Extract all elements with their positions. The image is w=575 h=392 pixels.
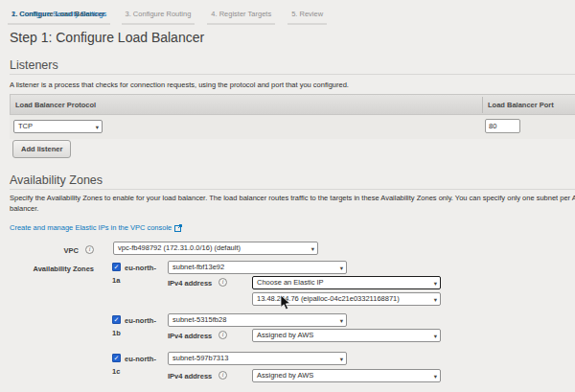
manage-elastic-ips-link[interactable]: Create and manage Elastic IPs in the VPC… — [10, 223, 182, 232]
column-divider — [482, 97, 483, 113]
zone-1a-ipv4-label: IPv4 address — [168, 279, 212, 288]
zone-1c-subnet-select[interactable]: subnet-597b7313 ▾ — [168, 352, 347, 365]
vpc-label: VPC — [0, 246, 79, 255]
mouse-cursor — [280, 294, 291, 311]
tab-review[interactable]: 5. Review — [288, 7, 327, 25]
zone-1a-prefix: eu-north- — [125, 264, 156, 272]
zone-1c-prefix: eu-north- — [125, 355, 156, 363]
chevron-down-icon: ▾ — [340, 356, 343, 363]
az-description-line1: Specify the Availability Zones to enable… — [10, 194, 575, 202]
external-link-icon — [174, 224, 182, 232]
tab-configure-security-settings[interactable]: 2. Configure Security Settings — [8, 7, 110, 25]
az-description-line2: balancer. — [10, 204, 38, 213]
vpc-select[interactable]: vpc-fb498792 (172.31.0.0/16) (default) ▾ — [113, 242, 318, 255]
zone-1a-ipv4-select[interactable]: Choose an Elastic IP ▾ — [252, 276, 441, 289]
chevron-down-icon: ▾ — [96, 124, 99, 131]
availability-zones-label: Availability Zones — [0, 265, 94, 273]
zone-1b-checkbox[interactable]: ✓ — [112, 315, 121, 324]
port-input[interactable] — [485, 119, 520, 133]
tab-configure-routing[interactable]: 3. Configure Routing — [122, 7, 196, 25]
zone-1b-suffix: 1b — [112, 329, 121, 337]
zone-1b-subnet-select[interactable]: subnet-5315fb28 ▾ — [168, 313, 347, 327]
listeners-description: A listener is a process that checks for … — [10, 81, 349, 89]
chevron-down-icon: ▾ — [434, 333, 437, 340]
zone-1a-subnet-select[interactable]: subnet-fbf13e92 ▾ — [168, 261, 347, 274]
chevron-down-icon: ▾ — [340, 317, 343, 325]
vpc-info-icon[interactable]: i — [85, 245, 94, 254]
tab-register-targets[interactable]: 4. Register Targets — [207, 7, 275, 25]
protocol-column-header: Load Balancer Protocol — [15, 101, 96, 109]
zone-1c-suffix: 1c — [112, 367, 120, 376]
chevron-down-icon: ▾ — [340, 265, 343, 272]
availability-zones-heading: Availability Zones — [10, 173, 103, 187]
zone-1a-checkbox[interactable]: ✓ — [112, 263, 121, 271]
zone-1c-checkbox[interactable]: ✓ — [112, 354, 121, 362]
zone-1b-ipv4-label: IPv4 address — [168, 332, 212, 340]
page-title: Step 1: Configure Load Balancer — [10, 30, 204, 45]
load-balancer-wizard-page: 1. Configure Load Balancer 2. Configure … — [0, 0, 575, 392]
port-column-header: Load Balancer Port — [488, 101, 554, 109]
ipv4-info-icon[interactable]: i — [218, 331, 227, 339]
listeners-heading: Listeners — [10, 58, 58, 72]
chevron-down-icon: ▾ — [311, 245, 314, 253]
chevron-down-icon: ▾ — [434, 296, 437, 304]
zone-1a-suffix: 1a — [112, 276, 120, 285]
protocol-select[interactable]: TCP ▾ — [13, 120, 103, 133]
chevron-down-icon: ▾ — [434, 373, 437, 380]
divider — [10, 189, 575, 190]
wizard-tab-bar: 1. Configure Load Balancer 2. Configure … — [8, 7, 327, 25]
chevron-down-icon: ▾ — [434, 280, 437, 288]
divider — [10, 74, 575, 75]
ipv4-info-icon[interactable]: i — [218, 278, 227, 287]
ipv4-info-icon[interactable]: i — [218, 371, 227, 380]
listeners-table-header: Load Balancer Protocol Load Balancer Por… — [10, 94, 575, 115]
zone-1b-ipv4-select[interactable]: Assigned by AWS ▾ — [252, 329, 441, 342]
zone-1b-prefix: eu-north- — [125, 316, 156, 325]
zone-1c-ipv4-select[interactable]: Assigned by AWS ▾ — [252, 369, 441, 382]
add-listener-button[interactable]: Add listener — [12, 140, 71, 158]
zone-1c-ipv4-label: IPv4 address — [168, 372, 212, 380]
